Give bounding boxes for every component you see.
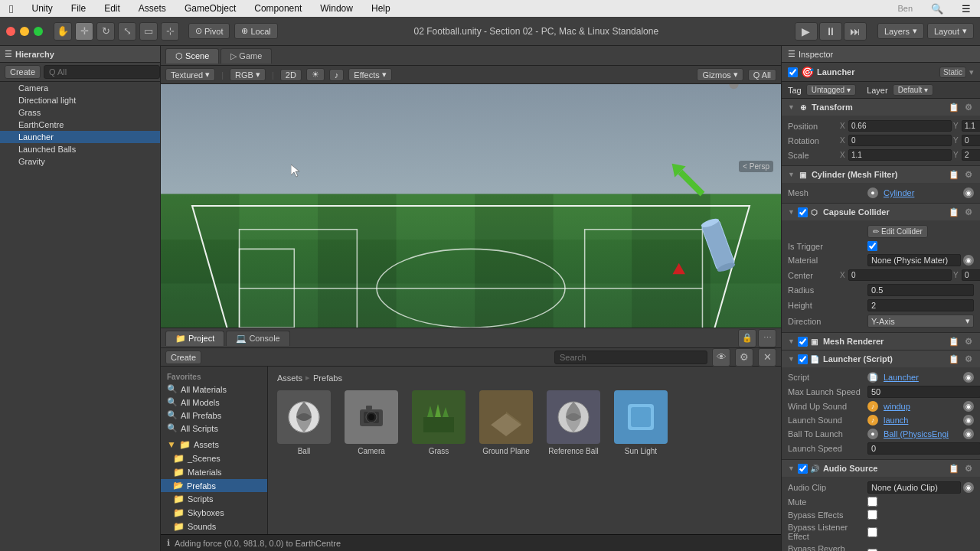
audio-info-btn[interactable]: 📋 (947, 464, 961, 474)
lighting-btn[interactable]: ☀ (306, 68, 325, 81)
2d-btn[interactable]: 2D (280, 69, 302, 81)
assets-menu[interactable]: Assets (136, 3, 169, 14)
project-settings-btn[interactable]: ⚙ (735, 348, 753, 367)
apple-menu[interactable]:  (6, 2, 16, 15)
sidebar-materials[interactable]: 📁 Materials (161, 465, 267, 479)
mesh-renderer-info-btn[interactable]: 📋 (947, 337, 961, 347)
rect-tool-btn[interactable]: ▭ (139, 22, 158, 41)
pause-btn[interactable]: ⏸ (819, 22, 842, 41)
window-menu[interactable]: Window (317, 3, 356, 14)
sidebar-all-materials[interactable]: 🔍 All Materials (161, 383, 267, 396)
gameobject-menu[interactable]: GameObject (181, 3, 239, 14)
edit-collider-btn[interactable]: ✏ Edit Collider (867, 225, 928, 238)
hand-tool-btn[interactable]: ✋ (54, 22, 72, 41)
transform-info-btn[interactable]: 📋 (947, 103, 961, 112)
tag-dropdown[interactable]: Untagged ▾ (806, 84, 856, 96)
capsule-collider-header[interactable]: ▼ ⬡ Capsule Collider 📋 ⚙ (782, 204, 980, 220)
mesh-filter-header[interactable]: ▼ ▣ Cylinder (Mesh Filter) 📋 ⚙ (782, 166, 980, 183)
project-close-btn[interactable]: ✕ (758, 348, 776, 367)
hierarchy-item-grass[interactable]: Grass (0, 106, 160, 119)
material-select-btn[interactable]: ◉ (963, 255, 974, 266)
capsule-gear-btn[interactable]: ⚙ (963, 207, 974, 217)
project-lock-btn[interactable]: 🔒 (738, 329, 756, 347)
bypass-effects-checkbox[interactable] (867, 510, 877, 520)
audio-gear-btn[interactable]: ⚙ (963, 464, 974, 474)
script-select-btn[interactable]: ◉ (963, 372, 974, 383)
rotate-tool-btn[interactable]: ↻ (96, 22, 115, 41)
script-info-btn[interactable]: 📋 (947, 354, 961, 364)
mesh-renderer-gear-btn[interactable]: ⚙ (963, 337, 974, 347)
rotation-y-input[interactable] (962, 135, 980, 146)
search-icon[interactable]: 🔍 (928, 3, 946, 15)
center-x-input[interactable] (848, 269, 952, 281)
audio-source-header[interactable]: ▼ 🔊 Audio Source 📋 ⚙ (782, 460, 980, 477)
ball-select-btn[interactable]: ◉ (963, 429, 974, 439)
object-active-checkbox[interactable] (788, 67, 798, 77)
height-input[interactable] (867, 299, 974, 311)
scene-search[interactable]: Q All (748, 69, 776, 81)
prefab-item-ground-plane[interactable]: Ground Plane (476, 387, 536, 458)
sidebar-all-models[interactable]: 🔍 All Models (161, 396, 267, 409)
position-x-input[interactable] (848, 120, 952, 132)
hierarchy-item-earthcentre[interactable]: EarthCentre (0, 119, 160, 131)
mesh-value[interactable]: Cylinder (880, 187, 961, 198)
transform-header[interactable]: ▼ ⊕ Transform 📋 ⚙ (782, 99, 980, 116)
scale-x-input[interactable] (848, 149, 952, 161)
step-btn[interactable]: ⏭ (844, 22, 867, 41)
launcher-script-enabled-checkbox[interactable] (798, 354, 808, 364)
max-launch-speed-input[interactable] (867, 386, 980, 398)
sidebar-scenes[interactable]: 📁 _Scenes (161, 452, 267, 465)
console-tab[interactable]: 💻 Console (226, 331, 289, 346)
textured-dropdown[interactable]: Textured ▾ (165, 68, 215, 81)
sidebar-all-prefabs[interactable]: 🔍 All Prefabs (161, 409, 267, 422)
audio-clip-select-btn[interactable]: ◉ (963, 482, 974, 493)
ball-to-launch-value[interactable]: Ball (PhysicsEngi (880, 429, 961, 439)
game-tab[interactable]: ▷ Game (220, 48, 272, 64)
hierarchy-item-directional-light[interactable]: Directional light (0, 94, 160, 106)
prefab-item-reference-ball[interactable]: Reference Ball (544, 387, 603, 458)
hierarchy-item-launcher[interactable]: Launcher (0, 131, 160, 143)
launch-speed-input[interactable] (867, 442, 980, 455)
hierarchy-item-launched-balls[interactable]: Launched Balls (0, 143, 160, 155)
project-eye-btn[interactable]: 👁 (712, 348, 730, 367)
capsule-collider-enabled-checkbox[interactable] (798, 207, 808, 217)
effects-dropdown[interactable]: Effects ▾ (348, 68, 391, 81)
project-menu-btn[interactable]: ⋯ (758, 329, 776, 347)
layers-dropdown[interactable]: Layers ▾ (877, 23, 924, 39)
play-btn[interactable]: ▶ (795, 22, 818, 41)
help-menu[interactable]: Help (368, 3, 394, 14)
project-search-input[interactable] (554, 350, 707, 364)
is-trigger-checkbox[interactable] (867, 241, 877, 251)
audio-btn[interactable]: ♪ (329, 69, 345, 81)
capsule-info-btn[interactable]: 📋 (947, 207, 961, 217)
hierarchy-item-camera[interactable]: Camera (0, 82, 160, 94)
mesh-select-btn[interactable]: ◉ (963, 187, 974, 198)
breadcrumb-assets[interactable]: Assets (277, 373, 302, 383)
sidebar-assets[interactable]: ▼ 📁 Assets (161, 438, 267, 452)
audio-source-enabled-checkbox[interactable] (798, 464, 808, 474)
scene-view[interactable]: Y X < Persp (161, 84, 781, 328)
scene-tab[interactable]: ⬡ Scene (165, 48, 219, 64)
rgb-dropdown[interactable]: RGB ▾ (230, 68, 266, 81)
direction-dropdown[interactable]: Y-Axis ▾ (867, 315, 974, 328)
hierarchy-item-gravity[interactable]: Gravity (0, 155, 160, 168)
breadcrumb-prefabs[interactable]: Prefabs (313, 373, 342, 383)
radius-input[interactable] (867, 284, 974, 296)
close-window-btn[interactable] (6, 27, 15, 36)
sidebar-sounds[interactable]: 📁 Sounds (161, 520, 267, 533)
component-menu[interactable]: Component (251, 3, 305, 14)
sidebar-scripts[interactable]: 📁 Scripts (161, 492, 267, 506)
hierarchy-search-input[interactable] (44, 65, 160, 79)
script-value[interactable]: Launcher (880, 372, 961, 383)
layer-dropdown[interactable]: Default ▾ (893, 84, 934, 96)
layout-dropdown[interactable]: Layout ▾ (927, 23, 974, 39)
edit-menu[interactable]: Edit (101, 3, 123, 14)
mesh-filter-info-btn[interactable]: 📋 (947, 170, 961, 180)
file-menu[interactable]: File (68, 3, 89, 14)
position-y-input[interactable] (962, 120, 980, 132)
rotation-x-input[interactable] (848, 135, 952, 146)
hierarchy-create-btn[interactable]: Create (5, 65, 41, 79)
project-create-btn[interactable]: Create (165, 350, 201, 364)
prefab-item-camera[interactable]: Camera (341, 387, 401, 458)
move-tool-btn[interactable]: ✛ (75, 22, 93, 41)
